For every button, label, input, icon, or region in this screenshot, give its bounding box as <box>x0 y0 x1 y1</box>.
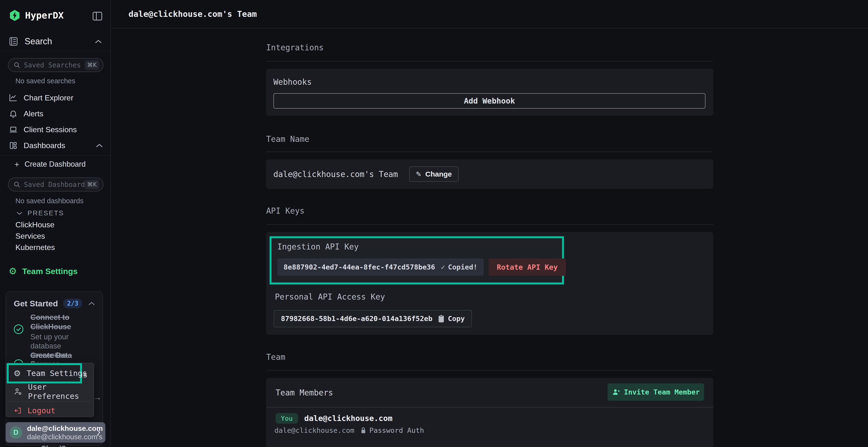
menu-item-logout[interactable]: Logout <box>14 405 56 417</box>
divider <box>266 224 713 225</box>
card-divider <box>266 407 713 408</box>
menu-item-user-preferences[interactable]: User Preferences <box>14 385 94 398</box>
item1-title-line1: Connect to <box>30 313 98 322</box>
saved-searches-search[interactable]: ⌘K <box>8 58 103 72</box>
logout-icon <box>14 407 22 414</box>
user-card-subtitle: dale@clickhouse.com's <box>27 433 96 441</box>
create-dashboard-label: Create Dashboard <box>25 160 86 169</box>
change-button-label: Change <box>425 170 452 178</box>
chevron-up-icon[interactable] <box>88 301 96 306</box>
laptop-icon <box>9 125 18 134</box>
personal-api-key-label: Personal API Access Key <box>275 292 385 302</box>
shortcut-badge: ⌘K <box>85 180 99 189</box>
app-title: HyperDX <box>25 10 64 21</box>
search-section-label: Search <box>25 36 52 46</box>
no-saved-searches-note: No saved searches <box>16 77 75 85</box>
sidebar-item-alerts[interactable]: Alerts <box>0 106 111 121</box>
sidebar-item-chart-explorer[interactable]: Chart Explorer <box>0 90 111 105</box>
team-member-row: You dale@clickhouse.com <box>276 413 393 424</box>
menu-item-team-settings-highlighted[interactable]: ⚙ Team Settings <box>13 367 87 380</box>
preset-kubernetes[interactable]: Kubernetes <box>16 243 55 252</box>
personal-api-key-chip[interactable]: 87982668-58b1-4d6e-a620-014a136f52eb Cop… <box>274 310 472 327</box>
client-sessions-label: Client Sessions <box>24 125 77 134</box>
dashboards-label: Dashboards <box>24 141 65 150</box>
sidebar-item-client-sessions[interactable]: Client Sessions <box>0 122 111 137</box>
chart-explorer-icon <box>9 93 18 102</box>
sidebar-item-team-settings[interactable]: ⚙ Team Settings <box>9 265 78 277</box>
team-member-meta: dale@clickhouse.com Password Auth <box>274 425 424 435</box>
team-name-heading: Team Name <box>266 134 309 144</box>
rotate-api-key-button[interactable]: Rotate API Key <box>489 259 566 276</box>
preset-clickhouse[interactable]: ClickHouse <box>16 220 55 229</box>
webhooks-title: Webhooks <box>273 77 312 87</box>
chevron-right-icon <box>96 428 101 437</box>
you-badge: You <box>276 413 298 424</box>
chevron-up-icon[interactable] <box>94 38 103 44</box>
arrow-right-icon: → <box>93 392 101 402</box>
app-root: HyperDX Search <box>0 0 868 447</box>
sidebar-item-dashboards[interactable]: Dashboards <box>0 138 111 153</box>
member-auth-method: Password Auth <box>369 426 424 435</box>
chart-explorer-label: Chart Explorer <box>24 94 73 102</box>
get-started-progress-badge: 2/3 <box>63 299 82 308</box>
team-members-title: Team Members <box>276 388 333 398</box>
check-icon: ✓ <box>441 263 445 271</box>
api-keys-card: Ingestion API Key 8e887902-4ed7-44ea-8fe… <box>266 232 713 335</box>
sidebar-section-search[interactable]: Search <box>9 36 103 47</box>
user-card-name: dale@clickhouse.com <box>27 424 96 433</box>
create-dashboard-button[interactable]: + Create Dashboard <box>14 159 86 170</box>
ingestion-api-key-label: Ingestion API Key <box>277 242 359 251</box>
check-circle-icon <box>13 324 24 335</box>
get-started-title: Get Started <box>14 299 58 308</box>
team-settings-link-label: Team Settings <box>22 267 78 276</box>
add-webhook-button[interactable]: Add Webhook <box>273 93 706 109</box>
lock-icon <box>361 427 366 434</box>
pencil-icon: ✎ <box>416 170 422 178</box>
dashboards-icon <box>9 141 18 150</box>
saved-searches-input[interactable] <box>24 61 85 69</box>
team-members-card: Team Members Invite Team Member You dale… <box>266 378 713 447</box>
invite-button-label: Invite Team Member <box>624 388 700 396</box>
avatar-initial: D <box>13 428 19 437</box>
avatar: D <box>10 426 22 439</box>
chevron-up-icon[interactable] <box>95 143 104 148</box>
no-saved-dashboards-note: No saved dashboards <box>16 197 84 205</box>
sidebar: HyperDX Search <box>0 0 111 447</box>
bell-icon <box>9 109 18 118</box>
team-name-card: dale@clickhouse.com's Team ✎ Change <box>266 160 713 189</box>
personal-api-key-value: 87982668-58b1-4d6e-a620-014a136f52eb <box>281 314 433 323</box>
shortcut-badge: ⌘K <box>85 60 99 70</box>
menu-user-preferences-label: User Preferences <box>28 382 94 401</box>
change-team-name-button[interactable]: ✎ Change <box>409 166 459 182</box>
copy-button-label: Copy <box>448 314 465 323</box>
saved-dashboards-search[interactable]: ⌘K <box>8 177 103 192</box>
search-icon <box>13 181 21 188</box>
menu-logout-label: Logout <box>28 406 56 415</box>
preset-services[interactable]: Services <box>16 232 45 241</box>
api-keys-heading: API Keys <box>266 206 305 215</box>
clipboard-icon <box>438 314 444 323</box>
gear-icon: ⚙ <box>9 266 17 276</box>
saved-dashboards-input[interactable] <box>24 181 85 188</box>
page-title: dale@clickhouse.com's Team <box>128 9 257 19</box>
ingestion-api-key-chip[interactable]: 8e887902-4ed7-44ea-8fec-f47cd578be36 ✓ C… <box>277 259 484 276</box>
user-plus-icon <box>612 388 620 396</box>
ingestion-api-key-value: 8e887902-4ed7-44ea-8fec-f47cd578be36 <box>283 263 435 271</box>
member-name: dale@clickhouse.com <box>304 414 393 423</box>
team-name-value: dale@clickhouse.com's Team <box>273 170 398 179</box>
user-gear-icon <box>14 387 22 396</box>
invite-team-member-button[interactable]: Invite Team Member <box>608 383 704 401</box>
webhooks-card: Webhooks Add Webhook <box>266 69 713 116</box>
hyperdx-logo-icon <box>9 9 21 22</box>
user-account-card[interactable]: D dale@clickhouse.com dale@clickhouse.co… <box>5 422 105 443</box>
search-section-icon <box>9 36 18 46</box>
page-header: dale@clickhouse.com's Team <box>112 0 868 28</box>
collapse-sidebar-icon[interactable] <box>92 11 102 21</box>
menu-team-settings-label: Team Settings <box>27 369 87 378</box>
item1-subtitle-line1: Set up your database <box>30 332 98 351</box>
presets-toggle[interactable]: PRESETS <box>16 209 64 218</box>
plus-icon: + <box>14 160 19 169</box>
menu-divider <box>9 401 91 402</box>
integrations-heading: Integrations <box>266 43 323 52</box>
presets-label: PRESETS <box>28 209 64 217</box>
